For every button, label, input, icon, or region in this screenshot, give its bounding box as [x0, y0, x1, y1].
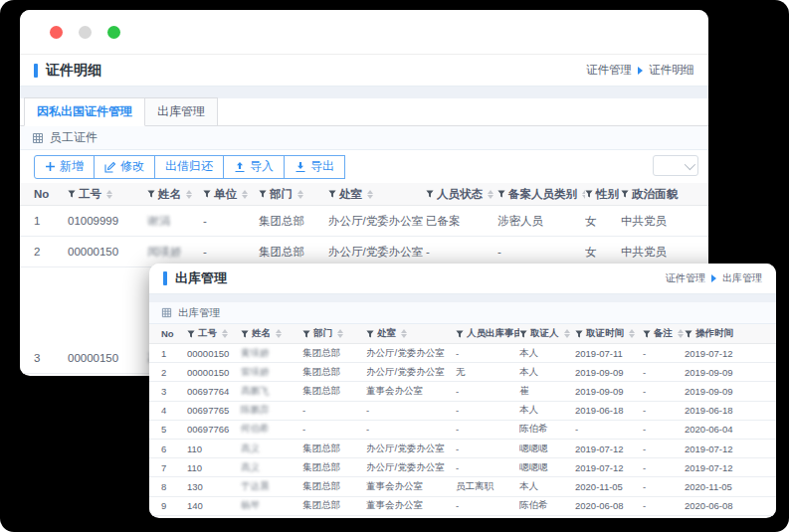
column-header: No — [34, 188, 68, 200]
column-header[interactable]: 部门 — [302, 327, 366, 340]
table-cell: 2019-09-09 — [685, 386, 764, 397]
breadcrumb-parent[interactable]: 证件管理 — [586, 63, 632, 78]
add-button[interactable]: 新增 — [34, 155, 95, 179]
filter-funnel-icon[interactable] — [68, 190, 76, 198]
column-header[interactable]: 工号 — [68, 187, 147, 202]
page-header: 证件明细 证件管理 证件明细 — [20, 55, 708, 87]
sort-carets-icon[interactable] — [337, 329, 343, 338]
table-cell: 9 — [161, 500, 187, 511]
sort-carets-icon[interactable] — [629, 329, 635, 338]
minimize-window-icon[interactable] — [79, 26, 92, 39]
filter-funnel-icon[interactable] — [187, 330, 195, 338]
table-cell: 办公厅/党委办公室 — [366, 443, 456, 455]
table-cell: 2019-09-09 — [685, 367, 764, 378]
table-cell: 集团总部 — [302, 480, 366, 493]
filter-funnel-icon[interactable] — [241, 330, 249, 338]
table-cell: 110 — [187, 462, 241, 473]
tab-private-exit-cert-mgmt[interactable]: 因私出国证件管理 — [24, 97, 145, 126]
column-header[interactable]: 姓名 — [147, 187, 203, 202]
breadcrumb-arrow-icon — [711, 274, 716, 282]
table-cell: - — [497, 246, 585, 258]
column-header[interactable]: 处室 — [328, 187, 426, 202]
filter-funnel-icon[interactable] — [519, 330, 527, 338]
filter-funnel-icon[interactable] — [147, 190, 155, 198]
filter-funnel-icon[interactable] — [456, 330, 464, 338]
table-header-row: No工号姓名单位部门处室人员状态备案人员类别性别政治面貌 — [20, 183, 708, 206]
filter-funnel-icon[interactable] — [259, 190, 267, 198]
table-cell: 本人 — [519, 366, 575, 379]
edit-button[interactable]: 修改 — [94, 155, 155, 179]
filter-funnel-icon[interactable] — [497, 190, 505, 198]
column-header[interactable]: 取证人 — [519, 327, 575, 340]
table-grid-icon — [32, 132, 44, 144]
sort-carets-icon[interactable] — [242, 190, 248, 199]
table-cell: 集团总部 — [259, 245, 328, 260]
sort-carets-icon[interactable] — [401, 329, 407, 338]
lend-return-button[interactable]: 出借归还 — [154, 155, 224, 179]
table-cell: - — [456, 424, 519, 435]
column-header[interactable]: 单位 — [203, 187, 259, 202]
column-label: 部门 — [313, 327, 332, 340]
sort-carets-icon[interactable] — [488, 190, 493, 199]
sort-carets-icon[interactable] — [222, 329, 228, 338]
column-header[interactable]: 备注 — [643, 327, 685, 340]
column-header[interactable]: 备案人员类别 — [497, 187, 585, 202]
table-cell: 谢涓 — [147, 214, 203, 229]
column-header[interactable]: 部门 — [259, 187, 328, 202]
export-button[interactable]: 导出 — [284, 155, 345, 179]
table-cell: 雷瑛娇 — [241, 366, 302, 379]
column-header[interactable]: 政治面貌 — [621, 187, 694, 202]
table-cell: 00697765 — [187, 405, 241, 416]
column-header[interactable]: 人员状态 — [426, 187, 497, 202]
column-label: 处室 — [377, 327, 396, 340]
breadcrumb-parent[interactable]: 证件管理 — [666, 271, 705, 285]
tab-outbound-mgmt[interactable]: 出库管理 — [145, 97, 218, 126]
toolbar: 新增 修改 出借归还 导入 导出 — [20, 150, 708, 183]
table-cell: 无 — [456, 366, 519, 379]
sort-carets-icon[interactable] — [564, 329, 570, 338]
breadcrumb: 证件管理 出库管理 — [666, 271, 762, 285]
table-cell: 2020-11-05 — [685, 481, 764, 492]
sort-carets-icon[interactable] — [106, 190, 112, 199]
table-row: 300697764高鹏飞集团总部董事会办公室-崔2019-09-09-2019-… — [149, 382, 776, 401]
table-cell: 2 — [161, 367, 187, 378]
sort-carets-icon[interactable] — [297, 190, 303, 199]
filter-funnel-icon[interactable] — [426, 190, 434, 198]
filter-funnel-icon[interactable] — [621, 190, 629, 198]
table-row: 400697765陈鹏弃---本人2019-06-18-2019-06-18 — [149, 402, 776, 421]
table-cell: - — [643, 481, 685, 492]
table-cell: 嗯嗯嗯 — [519, 461, 575, 474]
column-header[interactable]: 性别 — [585, 187, 621, 202]
filter-funnel-icon[interactable] — [685, 330, 692, 338]
sort-carets-icon[interactable] — [678, 329, 684, 338]
column-header[interactable]: 处室 — [366, 327, 456, 340]
column-header[interactable]: 取证时间 — [575, 327, 643, 340]
sort-carets-icon[interactable] — [186, 190, 192, 199]
close-window-icon[interactable] — [50, 26, 63, 39]
column-header[interactable]: 姓名 — [241, 327, 302, 340]
filter-funnel-icon[interactable] — [575, 330, 583, 338]
filter-funnel-icon[interactable] — [585, 190, 593, 198]
sort-carets-icon[interactable] — [367, 190, 373, 199]
table-cell: 2019-07-12 — [575, 462, 643, 473]
column-header[interactable]: 人员出库事由 — [456, 327, 519, 340]
import-button[interactable]: 导入 — [223, 155, 285, 179]
filter-funnel-icon[interactable] — [302, 330, 310, 338]
table-cell: 陈伯希 — [519, 499, 575, 512]
table-cell: 办公厅/党委办公室 — [366, 347, 456, 360]
column-header[interactable]: 操作时间 — [685, 327, 764, 340]
table-cell: 集团总部 — [302, 499, 366, 512]
filter-funnel-icon[interactable] — [643, 330, 651, 338]
tab-bar: 因私出国证件管理 出库管理 — [20, 98, 708, 126]
filter-funnel-icon[interactable] — [203, 190, 211, 198]
table-cell: 2019-07-12 — [685, 443, 764, 454]
filter-funnel-icon[interactable] — [366, 330, 374, 338]
sort-carets-icon[interactable] — [276, 329, 282, 338]
filter-funnel-icon[interactable] — [328, 190, 336, 198]
table-cell: 2020-11-05 — [575, 481, 643, 492]
page-title: 出库管理 — [175, 269, 227, 287]
table-cell: 8 — [161, 481, 187, 492]
maximize-window-icon[interactable] — [107, 26, 120, 39]
column-header[interactable]: 工号 — [187, 327, 241, 340]
filter-select[interactable] — [653, 155, 698, 176]
